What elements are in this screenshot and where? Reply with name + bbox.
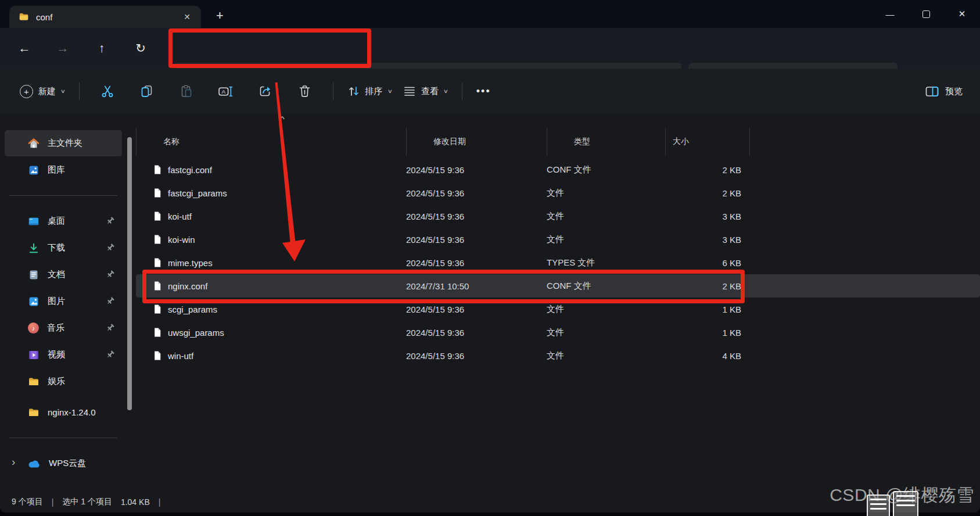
status-divider: |	[159, 497, 161, 507]
sidebar-item-label: 娱乐	[48, 376, 65, 387]
sidebar-item-label: 视频	[48, 349, 65, 360]
sidebar-item-label: WPS云盘	[49, 458, 86, 469]
file-name: koi-utf	[168, 212, 192, 221]
column-header-type[interactable]: 类型	[547, 128, 666, 156]
sort-button-label: 排序	[365, 86, 383, 97]
sidebar-item-label: 主文件夹	[48, 138, 82, 149]
maximize-button[interactable]	[908, 0, 944, 28]
column-header-name[interactable]: 名称	[137, 128, 407, 156]
overlay-doc-icon	[893, 491, 918, 516]
file-icon	[153, 164, 161, 175]
explorer-tab[interactable]: conf ✕	[9, 6, 201, 28]
trash-icon	[298, 84, 311, 98]
file-name: uwsgi_params	[168, 328, 224, 338]
sidebar-item-label: 图片	[48, 296, 65, 307]
sidebar-item-documents[interactable]: 文档	[5, 261, 122, 288]
sidebar-item-pictures[interactable]: 图片	[5, 288, 122, 314]
preview-button[interactable]: 预览	[925, 85, 963, 98]
table-row[interactable]: fastcgi.conf 2024/5/15 9:36 CONF 文件 2 KB	[136, 158, 980, 181]
sidebar-item-videos[interactable]: 视频	[5, 342, 122, 368]
paste-button[interactable]	[173, 78, 200, 105]
item-count: 9 个项目	[12, 497, 43, 507]
sidebar-item-music[interactable]: ♪ 音乐	[5, 315, 122, 341]
file-size: 1 KB	[665, 304, 749, 314]
column-header-size[interactable]: 大小	[666, 128, 750, 156]
downloads-icon	[28, 242, 40, 254]
title-bar: conf ✕ + — ✕	[0, 0, 980, 28]
sidebar-item-downloads[interactable]: 下载	[5, 235, 122, 261]
file-icon	[153, 304, 161, 314]
table-row[interactable]: koi-utf 2024/5/15 9:36 文件 3 KB	[136, 205, 980, 228]
rename-button[interactable]: A	[213, 78, 239, 105]
file-name: win-utf	[168, 351, 193, 361]
tab-close-button[interactable]: ✕	[180, 11, 194, 23]
file-date: 2024/5/15 9:36	[406, 258, 547, 268]
pin-icon	[106, 270, 115, 279]
toolbar-divider	[333, 83, 333, 100]
up-button[interactable]: ↑	[85, 28, 118, 69]
copy-button[interactable]	[134, 78, 160, 105]
forward-button[interactable]: →	[46, 28, 79, 69]
sidebar-item-wps-cloud[interactable]: › WPS云盘	[5, 450, 122, 476]
table-row[interactable]: mime.types 2024/5/15 9:36 TYPES 文件 6 KB	[136, 251, 980, 274]
refresh-button[interactable]: ↻	[124, 28, 157, 69]
view-button[interactable]: 查看 ∨	[397, 80, 454, 102]
file-name: scgi_params	[168, 304, 217, 314]
sidebar-item-entertainment[interactable]: 娱乐	[5, 368, 122, 395]
close-button[interactable]: ✕	[944, 0, 980, 28]
table-row[interactable]: scgi_params 2024/5/15 9:36 文件 1 KB	[136, 298, 980, 321]
sort-button[interactable]: 排序 ∨	[342, 80, 398, 102]
file-size: 2 KB	[665, 281, 749, 291]
file-date: 2024/5/15 9:36	[406, 212, 547, 221]
table-row[interactable]: win-utf 2024/5/15 9:36 文件 4 KB	[136, 344, 980, 367]
sidebar-scrollbar[interactable]	[127, 137, 132, 410]
file-size: 1 KB	[665, 328, 749, 338]
status-divider: |	[52, 497, 54, 507]
table-row[interactable]: koi-win 2024/5/15 9:36 文件 3 KB	[136, 228, 980, 251]
more-options-button[interactable]: •••	[471, 85, 497, 98]
chevron-right-icon[interactable]: ›	[12, 456, 15, 468]
sidebar-item-label: 桌面	[48, 216, 65, 227]
pin-icon	[106, 296, 115, 306]
table-row-selected-nginx-conf[interactable]: nginx.conf 2024/7/31 10:50 CONF 文件 2 KB	[136, 274, 980, 298]
toolbar-divider	[79, 83, 80, 100]
new-button[interactable]: + 新建 ∨	[14, 80, 71, 103]
chevron-down-icon: ∨	[387, 88, 392, 94]
file-date: 2024/5/15 9:36	[406, 235, 547, 245]
file-size: 6 KB	[665, 258, 749, 268]
rename-icon: A	[218, 85, 234, 98]
sidebar-item-gallery[interactable]: 图库	[5, 157, 122, 183]
documents-icon	[28, 269, 40, 281]
plus-circle-icon: +	[20, 85, 33, 98]
pin-icon	[106, 216, 115, 225]
copy-icon	[140, 84, 153, 98]
new-tab-button[interactable]: +	[211, 8, 228, 23]
file-icon	[153, 211, 161, 221]
sidebar-item-desktop[interactable]: 桌面	[5, 208, 122, 234]
file-icon	[153, 257, 161, 268]
share-button[interactable]	[252, 78, 279, 105]
minimize-button[interactable]: —	[872, 0, 908, 28]
folder-icon	[28, 376, 40, 388]
delete-button[interactable]	[292, 78, 318, 105]
sidebar-item-home[interactable]: 主文件夹	[5, 130, 122, 156]
table-row[interactable]: uwsgi_params 2024/5/15 9:36 文件 1 KB	[136, 321, 980, 344]
file-icon	[153, 281, 161, 291]
svg-text:A: A	[222, 88, 226, 95]
table-row[interactable]: fastcgi_params 2024/5/15 9:36 文件 2 KB	[136, 181, 980, 205]
sort-ascending-indicator: ^	[280, 115, 285, 123]
file-type: 文件	[547, 327, 665, 338]
window-controls: — ✕	[872, 0, 980, 28]
file-icon	[153, 350, 161, 361]
sidebar-divider	[9, 438, 117, 438]
selection-size: 1.04 KB	[121, 497, 150, 507]
sidebar-item-label: 音乐	[47, 322, 64, 334]
file-list-pane: ^ 名称 修改日期 类型 大小 fastcgi.conf 2024/5/15 9…	[135, 114, 980, 492]
cut-button[interactable]	[94, 78, 121, 105]
toolbar-divider	[462, 83, 462, 100]
back-button[interactable]: ←	[8, 28, 41, 69]
sidebar-item-nginx[interactable]: nginx-1.24.0	[5, 399, 122, 425]
column-header-date[interactable]: 修改日期	[407, 128, 547, 156]
file-type: 文件	[547, 350, 665, 361]
folder-icon	[28, 407, 40, 418]
